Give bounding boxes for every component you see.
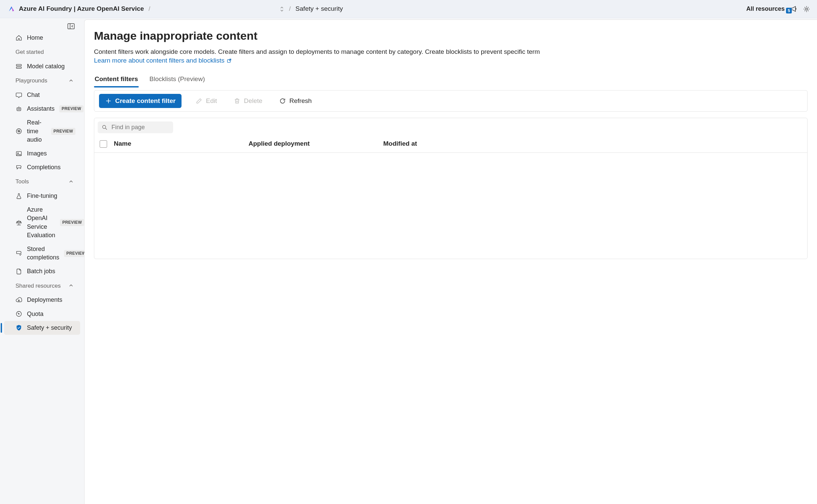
home-icon <box>15 35 22 41</box>
sidebar-item-fine-tuning[interactable]: Fine-tuning <box>4 189 80 203</box>
delete-button: Delete <box>231 95 265 107</box>
sidebar-item-home[interactable]: Home <box>4 31 80 45</box>
all-resources-link[interactable]: All resources <box>746 5 785 13</box>
tab-blocklists[interactable]: Blocklists (Preview) <box>149 71 206 87</box>
sidebar-section-shared-resources[interactable]: Shared resources <box>4 279 80 293</box>
sidebar-item-images[interactable]: Images <box>4 147 80 160</box>
search-icon <box>102 124 107 130</box>
sidebar-item-label: Fine-tuning <box>27 192 57 200</box>
section-label: Shared resources <box>15 282 61 290</box>
breadcrumb-product[interactable]: Azure AI Foundry | Azure OpenAI Service <box>19 4 144 13</box>
archive-icon <box>15 250 22 257</box>
tab-content-filters[interactable]: Content filters <box>94 71 139 87</box>
sidebar-item-label: Assistants <box>27 105 55 113</box>
page-title: Manage inappropriate content <box>94 28 808 44</box>
preview-badge: PREVIEW <box>51 128 75 135</box>
svg-line-20 <box>105 128 107 130</box>
catalog-icon <box>15 63 22 70</box>
sidebar-item-label: Real-time audio <box>27 118 46 144</box>
sidebar-item-deployments[interactable]: Deployments <box>4 293 80 307</box>
breadcrumb-separator: / <box>148 5 151 13</box>
sidebar-item-evaluation[interactable]: Azure OpenAI Service Evaluation PREVIEW <box>4 203 80 242</box>
column-header-name[interactable]: Name <box>114 139 242 148</box>
select-all-checkbox[interactable] <box>100 140 107 148</box>
announcements-button[interactable]: 5 <box>789 5 798 13</box>
preview-badge: PREVIEW <box>64 250 84 257</box>
button-label: Delete <box>244 97 262 105</box>
breadcrumb-page[interactable]: Safety + security <box>295 4 343 13</box>
sidebar-item-safety-security[interactable]: Safety + security <box>4 321 80 335</box>
sidebar: Home Get started Model catalog Playgroun… <box>0 18 84 504</box>
cloud-upload-icon <box>15 297 22 303</box>
sidebar-item-chat[interactable]: Chat <box>4 88 80 102</box>
column-header-modified-at[interactable]: Modified at <box>383 139 802 148</box>
svg-rect-4 <box>17 67 22 68</box>
topbar: Azure AI Foundry | Azure OpenAI Service … <box>0 0 817 18</box>
scale-icon <box>15 219 22 226</box>
resource-selector[interactable] <box>155 6 284 12</box>
sidebar-item-label: Home <box>27 34 43 42</box>
sidebar-section-get-started: Get started <box>4 45 80 59</box>
topbar-actions: All resources 5 <box>746 5 810 13</box>
svg-point-19 <box>103 125 106 129</box>
chevron-up-icon <box>69 78 73 83</box>
chevron-up-icon <box>69 283 73 288</box>
svg-point-0 <box>806 8 808 10</box>
sidebar-item-label: Images <box>27 149 47 158</box>
sidebar-item-assistants[interactable]: Assistants PREVIEW <box>4 102 80 116</box>
search-input[interactable] <box>111 123 190 131</box>
plus-icon <box>105 98 112 104</box>
shield-icon <box>15 324 22 331</box>
sidebar-item-completions[interactable]: Completions <box>4 160 80 174</box>
document-stack-icon <box>15 268 22 275</box>
external-link-icon <box>227 58 232 63</box>
chevron-up-icon <box>69 179 73 184</box>
sidebar-item-label: Safety + security <box>27 324 72 332</box>
announcements-count-badge: 5 <box>786 8 792 13</box>
section-label: Playgrounds <box>15 77 47 85</box>
completions-icon <box>15 164 22 171</box>
filters-table: Name Applied deployment Modified at <box>94 118 808 259</box>
tabs: Content filters Blocklists (Preview) <box>94 71 808 87</box>
sidebar-item-model-catalog[interactable]: Model catalog <box>4 60 80 73</box>
settings-button[interactable] <box>803 5 810 13</box>
learn-more-label: Learn more about content filters and blo… <box>94 56 225 65</box>
chevron-updown-icon <box>280 6 284 12</box>
section-label: Get started <box>15 48 44 56</box>
sidebar-item-label: Batch jobs <box>27 267 55 276</box>
refresh-icon <box>279 98 286 104</box>
create-content-filter-button[interactable]: Create content filter <box>99 94 182 108</box>
sidebar-item-label: Stored completions <box>27 245 59 262</box>
sidebar-item-batch-jobs[interactable]: Batch jobs <box>4 264 80 278</box>
audio-wave-icon <box>15 128 22 135</box>
azure-foundry-logo-icon <box>8 6 15 12</box>
sidebar-item-quota[interactable]: Quota <box>4 307 80 321</box>
collapse-sidebar-button[interactable] <box>67 23 75 30</box>
sidebar-item-label: Completions <box>27 163 61 172</box>
preview-badge: PREVIEW <box>59 105 84 112</box>
sidebar-section-playgrounds[interactable]: Playgrounds <box>4 74 80 87</box>
page-description: Content filters work alongside core mode… <box>94 47 808 65</box>
trash-icon <box>234 98 240 104</box>
column-header-applied-deployment[interactable]: Applied deployment <box>249 139 377 148</box>
section-label: Tools <box>15 178 29 186</box>
sidebar-section-tools[interactable]: Tools <box>4 175 80 188</box>
gauge-icon <box>15 311 22 317</box>
command-bar: Create content filter Edit Delete Refres… <box>94 90 808 112</box>
refresh-button[interactable]: Refresh <box>276 95 315 107</box>
preview-badge: PREVIEW <box>60 219 84 226</box>
search-input-wrapper[interactable] <box>98 121 173 133</box>
sidebar-item-label: Quota <box>27 310 43 318</box>
sidebar-item-realtime-audio[interactable]: Real-time audio PREVIEW <box>4 116 80 147</box>
edit-button: Edit <box>193 95 220 107</box>
sidebar-item-stored-completions[interactable]: Stored completions PREVIEW <box>4 242 80 264</box>
sidebar-item-label: Model catalog <box>27 62 65 71</box>
learn-more-link[interactable]: Learn more about content filters and blo… <box>94 56 232 65</box>
button-label: Create content filter <box>115 97 175 105</box>
button-label: Refresh <box>289 97 312 105</box>
table-header-row: Name Applied deployment Modified at <box>94 135 807 153</box>
main-panel: Manage inappropriate content Content fil… <box>84 20 817 504</box>
robot-icon <box>15 106 22 112</box>
pencil-icon <box>196 98 202 104</box>
image-icon <box>15 150 22 157</box>
